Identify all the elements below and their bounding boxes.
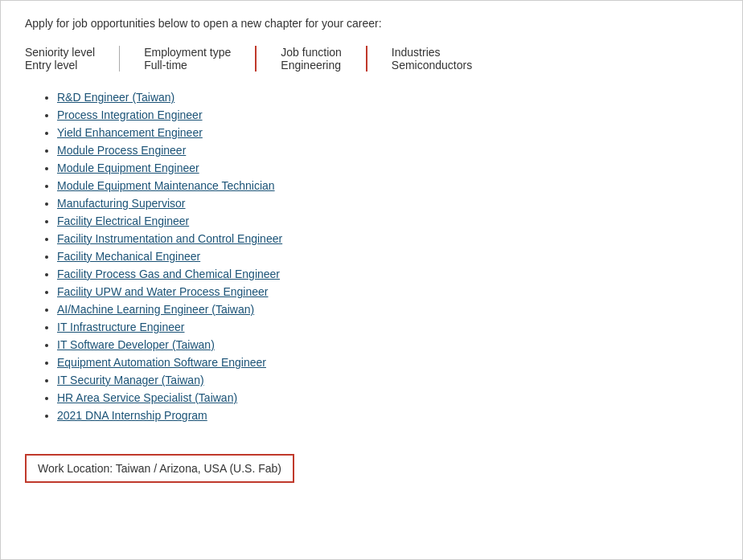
metadata-group-0: Seniority levelEntry level [25, 46, 119, 72]
metadata-label-0: Seniority level [25, 46, 95, 59]
job-link-17[interactable]: HR Area Service Specialist (Taiwan) [57, 391, 237, 404]
job-link-9[interactable]: Facility Mechanical Engineer [57, 250, 200, 263]
work-location-text: Work Location: Taiwan / Arizona, USA (U.… [38, 462, 281, 475]
metadata-group-3: IndustriesSemiconductors [366, 46, 496, 72]
list-item: IT Security Manager (Taiwan) [57, 374, 718, 386]
list-item: HR Area Service Specialist (Taiwan) [57, 391, 718, 404]
list-item: Module Equipment Maintenance Technician [57, 179, 718, 192]
list-item: Yield Enhancement Engineer [57, 126, 718, 139]
metadata-value-3: Semiconductors [392, 59, 472, 72]
metadata-value-1: Full-time [144, 59, 231, 72]
job-link-15[interactable]: Equipment Automation Software Engineer [57, 356, 266, 369]
list-item: R&D Engineer (Taiwan) [57, 91, 718, 104]
list-item: Module Equipment Engineer [57, 161, 718, 174]
job-link-13[interactable]: IT Infrastructure Engineer [57, 321, 184, 333]
job-link-14[interactable]: IT Software Developer (Taiwan) [57, 338, 215, 351]
job-link-2[interactable]: Yield Enhancement Engineer [57, 126, 203, 139]
job-link-12[interactable]: AI/Machine Learning Engineer (Taiwan) [57, 303, 254, 316]
metadata-group-1: Employment typeFull-time [119, 46, 255, 72]
list-item: Facility Process Gas and Chemical Engine… [57, 268, 718, 280]
job-link-0[interactable]: R&D Engineer (Taiwan) [57, 91, 174, 104]
list-item: Facility Mechanical Engineer [57, 250, 718, 263]
job-link-18[interactable]: 2021 DNA Internship Program [57, 409, 207, 422]
list-item: Facility Electrical Engineer [57, 215, 718, 227]
work-location-box: Work Location: Taiwan / Arizona, USA (U.… [25, 454, 294, 483]
job-link-7[interactable]: Facility Electrical Engineer [57, 215, 189, 227]
metadata-value-2: Engineering [281, 59, 342, 72]
metadata-label-2: Job function [281, 46, 342, 59]
metadata-value-0: Entry level [25, 59, 95, 72]
job-list: R&D Engineer (Taiwan)Process Integration… [25, 91, 718, 422]
job-link-10[interactable]: Facility Process Gas and Chemical Engine… [57, 268, 280, 280]
job-link-6[interactable]: Manufacturing Supervisor [57, 197, 186, 210]
job-link-4[interactable]: Module Equipment Engineer [57, 161, 199, 174]
job-link-8[interactable]: Facility Instrumentation and Control Eng… [57, 232, 282, 245]
metadata-row: Seniority levelEntry levelEmployment typ… [25, 46, 718, 72]
job-link-3[interactable]: Module Process Engineer [57, 144, 186, 157]
page-container: Apply for job opportunities below to ope… [0, 0, 743, 560]
intro-text: Apply for job opportunities below to ope… [25, 17, 718, 30]
metadata-group-2: Job functionEngineering [255, 46, 366, 72]
list-item: Manufacturing Supervisor [57, 197, 718, 210]
list-item: IT Infrastructure Engineer [57, 321, 718, 333]
list-item: Process Integration Engineer [57, 108, 718, 121]
list-item: Equipment Automation Software Engineer [57, 356, 718, 369]
list-item: Facility Instrumentation and Control Eng… [57, 232, 718, 245]
list-item: Facility UPW and Water Process Engineer [57, 285, 718, 298]
list-item: 2021 DNA Internship Program [57, 409, 718, 422]
list-item: IT Software Developer (Taiwan) [57, 338, 718, 351]
metadata-label-1: Employment type [144, 46, 231, 59]
list-item: AI/Machine Learning Engineer (Taiwan) [57, 303, 718, 316]
job-link-1[interactable]: Process Integration Engineer [57, 108, 203, 121]
job-link-16[interactable]: IT Security Manager (Taiwan) [57, 374, 204, 386]
job-link-11[interactable]: Facility UPW and Water Process Engineer [57, 285, 268, 298]
list-item: Module Process Engineer [57, 144, 718, 157]
job-link-5[interactable]: Module Equipment Maintenance Technician [57, 179, 275, 192]
metadata-label-3: Industries [392, 46, 472, 59]
